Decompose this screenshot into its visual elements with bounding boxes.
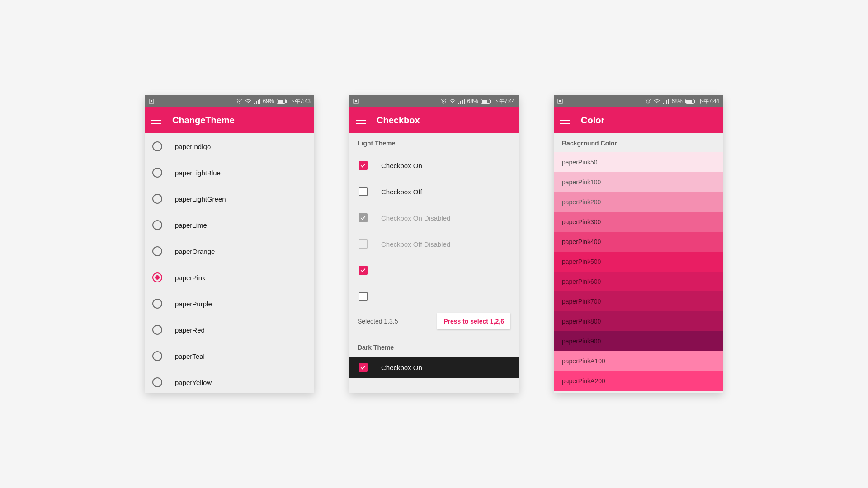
radio-icon[interactable]	[152, 351, 162, 361]
radio-icon[interactable]	[152, 141, 162, 151]
svg-rect-10	[286, 100, 287, 103]
signal-icon	[458, 99, 465, 104]
background-color-header: Background Color	[554, 133, 723, 152]
wifi-icon	[654, 99, 660, 104]
checkbox-row[interactable]	[349, 283, 519, 310]
color-swatch[interactable]: paperPink900	[554, 331, 723, 351]
theme-label: paperRed	[175, 326, 205, 334]
appbar-title: Color	[581, 115, 604, 126]
theme-radio-row[interactable]: paperRed	[145, 317, 314, 343]
radio-icon[interactable]	[152, 220, 162, 230]
svg-rect-7	[259, 99, 260, 104]
checkbox-label: Checkbox On	[381, 162, 422, 169]
svg-rect-15	[458, 103, 459, 104]
menu-icon[interactable]	[151, 117, 161, 124]
menu-icon[interactable]	[560, 117, 570, 124]
selected-row: Selected 1,3,5 Press to select 1,2,6	[349, 310, 519, 338]
checkbox-label: Checkbox Off	[381, 188, 422, 196]
svg-rect-21	[490, 100, 491, 103]
checkbox-row[interactable]	[349, 257, 519, 283]
theme-label: paperLightGreen	[175, 195, 226, 203]
battery-icon	[685, 99, 695, 104]
theme-radio-row[interactable]: paperLightBlue	[145, 160, 314, 186]
menu-icon[interactable]	[356, 117, 366, 124]
checkbox-icon	[359, 239, 368, 249]
svg-rect-18	[464, 99, 465, 104]
color-swatch[interactable]: paperPinkA200	[554, 371, 723, 391]
svg-rect-9	[278, 100, 283, 103]
color-swatch[interactable]: paperPink100	[554, 172, 723, 192]
battery-percent: 69%	[263, 98, 274, 104]
color-swatch[interactable]: paperPink50	[554, 152, 723, 172]
light-theme-label: Light Theme	[349, 133, 519, 152]
checkbox-row: Checkbox Off Disabled	[349, 231, 519, 257]
radio-icon[interactable]	[152, 299, 162, 309]
app-bar: Color	[554, 107, 723, 133]
checkbox-icon[interactable]	[359, 292, 368, 301]
alarm-icon	[645, 99, 651, 104]
phone-screen-checkbox: 68% 下午7:44 Checkbox Light Theme Checkbox…	[349, 95, 519, 393]
color-swatch[interactable]: paperPink200	[554, 192, 723, 212]
signal-icon	[254, 99, 260, 104]
svg-rect-31	[686, 100, 692, 103]
color-swatch[interactable]: paperPink500	[554, 252, 723, 272]
color-swatch[interactable]: paperPink300	[554, 212, 723, 232]
radio-icon[interactable]	[152, 325, 162, 335]
color-swatch[interactable]: paperPink400	[554, 232, 723, 252]
svg-rect-1	[151, 100, 152, 102]
status-box-icon	[149, 99, 154, 104]
svg-rect-27	[665, 101, 665, 104]
checkbox-icon[interactable]	[359, 187, 368, 196]
color-swatch[interactable]: paperPink600	[554, 272, 723, 291]
color-swatch[interactable]: paperPink700	[554, 291, 723, 311]
theme-radio-row[interactable]: paperPurple	[145, 291, 314, 317]
radio-icon[interactable]	[152, 377, 162, 387]
radio-icon[interactable]	[152, 246, 162, 256]
checkbox-icon[interactable]	[359, 161, 368, 170]
svg-rect-4	[254, 103, 255, 104]
svg-rect-23	[559, 100, 561, 102]
battery-icon	[277, 99, 287, 104]
radio-icon[interactable]	[152, 194, 162, 204]
theme-radio-row[interactable]: paperPink	[145, 264, 314, 291]
status-bar: 68% 下午7:44	[554, 95, 723, 107]
checkbox-row[interactable]: Checkbox Off	[349, 178, 519, 205]
checkbox-label: Checkbox On Disabled	[381, 214, 450, 222]
alarm-icon	[236, 99, 242, 104]
svg-rect-6	[258, 100, 259, 104]
status-box-icon	[557, 99, 563, 104]
svg-rect-5	[256, 101, 257, 104]
checkbox-row[interactable]: Checkbox On	[349, 152, 519, 178]
theme-label: paperTeal	[175, 352, 205, 360]
radio-icon[interactable]	[152, 168, 162, 178]
svg-point-25	[656, 103, 657, 103]
svg-rect-20	[482, 100, 487, 103]
theme-radio-row[interactable]: paperOrange	[145, 238, 314, 264]
color-swatch[interactable]: paperPinkA100	[554, 351, 723, 371]
color-swatch[interactable]: paperPink800	[554, 311, 723, 331]
theme-radio-row[interactable]: paperLime	[145, 212, 314, 238]
app-bar: Checkbox	[349, 107, 519, 133]
checkbox-row-dark[interactable]: Checkbox On	[349, 357, 519, 378]
theme-label: paperPink	[175, 274, 206, 282]
radio-icon[interactable]	[152, 272, 162, 282]
theme-radio-row[interactable]: paperTeal	[145, 343, 314, 369]
theme-radio-row[interactable]: paperLightGreen	[145, 186, 314, 212]
theme-label: paperOrange	[175, 248, 215, 255]
press-select-button[interactable]: Press to select 1,2,6	[437, 313, 510, 329]
svg-rect-17	[462, 100, 463, 104]
app-bar: ChangeTheme	[145, 107, 314, 133]
status-box-icon	[353, 99, 359, 104]
theme-radio-row[interactable]: paperYellow	[145, 369, 314, 393]
battery-percent: 68%	[672, 98, 683, 104]
phone-screen-color: 68% 下午7:44 Color Background Color paperP…	[554, 95, 723, 393]
checkbox-icon[interactable]	[359, 363, 368, 372]
checkbox-icon[interactable]	[359, 266, 368, 275]
checkbox-icon	[359, 213, 368, 222]
clock-text: 下午7:44	[698, 98, 719, 105]
phone-screen-changetheme: 69% 下午7:43 ChangeTheme paperIndigopaperL…	[145, 95, 314, 393]
svg-rect-28	[666, 100, 667, 104]
theme-radio-row[interactable]: paperIndigo	[145, 133, 314, 160]
status-bar: 69% 下午7:43	[145, 95, 314, 107]
appbar-title: ChangeTheme	[172, 115, 235, 126]
